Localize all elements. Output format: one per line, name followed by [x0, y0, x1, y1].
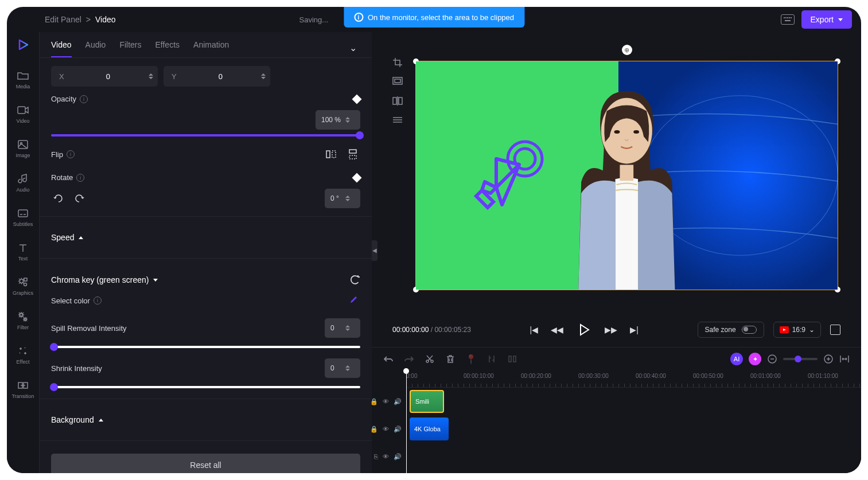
svg-rect-15 [332, 151, 336, 158]
skip-start-icon[interactable]: |◀ [530, 325, 539, 334]
aspect-ratio-selector[interactable]: 16:9 ⌄ [773, 322, 821, 338]
spinner-icon[interactable] [341, 365, 355, 371]
rotate-value[interactable]: 0 ° [325, 189, 360, 208]
panel-collapse-handle[interactable]: ◀ [372, 240, 377, 261]
spill-slider[interactable] [51, 346, 360, 348]
shrink-slider[interactable] [51, 386, 360, 388]
eye-icon[interactable]: 👁 [383, 426, 389, 433]
lock-icon[interactable]: 🔒 [370, 426, 378, 433]
spinner-icon[interactable] [341, 117, 355, 123]
export-button[interactable]: Export [801, 10, 852, 29]
fullscreen-icon[interactable] [830, 325, 840, 335]
skip-end-icon[interactable]: ▶| [630, 325, 639, 334]
spill-value[interactable]: 0 [325, 318, 360, 338]
play-button[interactable] [576, 322, 592, 338]
info-icon[interactable]: i [94, 296, 102, 305]
sidebar-item-video[interactable]: Video [14, 102, 32, 126]
forward-icon[interactable]: ▶▶ [605, 325, 617, 334]
safe-zone-toggle[interactable]: Safe zone [698, 322, 764, 338]
tab-video[interactable]: Video [51, 40, 72, 57]
time-total: 00:00:05:23 [434, 326, 470, 334]
ai-badge-icon[interactable]: AI [730, 353, 743, 365]
tab-effects[interactable]: Effects [155, 40, 180, 57]
chevron-down-icon: ⌄ [809, 326, 815, 334]
timeline-clip[interactable]: Smili [410, 390, 444, 413]
mute-icon[interactable]: 🔊 [394, 398, 402, 405]
chevron-down-icon[interactable]: ⌄ [345, 40, 360, 55]
tab-filters[interactable]: Filters [119, 40, 141, 57]
spinner-icon[interactable] [341, 325, 355, 331]
timeline-ruler[interactable]: 0:00 00:00:10:00 00:00:20:00 00:00:30:00… [406, 370, 861, 388]
zoom-in-icon[interactable] [823, 354, 834, 364]
sidebar-item-graphics[interactable]: Graphics [10, 274, 36, 298]
eyedropper-icon[interactable] [345, 293, 360, 308]
rewind-icon[interactable]: ◀◀ [551, 325, 563, 334]
adjust-icon[interactable] [486, 354, 497, 364]
eye-icon[interactable]: 👁 [383, 398, 389, 405]
sidebar-item-text[interactable]: Text [15, 240, 31, 264]
sidebar-item-audio[interactable]: Audio [14, 171, 32, 195]
sidebar-item-subtitles[interactable]: Subtitles [11, 205, 36, 229]
lock-icon[interactable]: 🔒 [370, 398, 378, 405]
svg-rect-1 [785, 17, 787, 18]
export-track-icon[interactable]: ⎘ [374, 453, 378, 461]
export-label: Export [811, 15, 834, 24]
spill-label: Spill Removal Intensity [51, 324, 127, 333]
app-logo-icon[interactable] [15, 37, 31, 53]
keyframe-icon[interactable] [352, 173, 362, 182]
flip-horizontal-icon[interactable] [324, 147, 338, 162]
mute-icon[interactable]: 🔊 [394, 453, 402, 461]
tab-animation[interactable]: Animation [193, 40, 229, 57]
guides-icon[interactable] [392, 116, 404, 127]
delete-icon[interactable] [445, 354, 456, 364]
align-icon[interactable] [507, 354, 517, 364]
sidebar-item-image[interactable]: Image [13, 136, 32, 161]
sidebar-item-media[interactable]: Media [14, 68, 33, 92]
shrink-value[interactable]: 0 [325, 358, 360, 378]
ruler-time: 00:00:50:00 [693, 373, 723, 379]
background-section[interactable]: Background [51, 407, 360, 432]
chroma-section[interactable]: Chroma key (green screen) [51, 267, 360, 293]
info-icon[interactable]: i [67, 150, 75, 158]
sidebar-item-transition[interactable]: Transition [9, 377, 36, 401]
zoom-slider[interactable] [783, 358, 818, 360]
marker-icon[interactable]: 📍 [466, 354, 476, 364]
spinner-icon[interactable] [341, 196, 355, 201]
zoom-out-icon[interactable] [767, 354, 777, 364]
snap-icon[interactable]: ⊕ [622, 45, 632, 55]
opacity-slider[interactable] [51, 134, 360, 136]
refresh-icon[interactable] [350, 275, 360, 285]
reset-all-button[interactable]: Reset all [51, 454, 360, 473]
rotate-right-icon[interactable] [72, 191, 87, 206]
timeline-clip[interactable]: 4K Globa [410, 417, 449, 440]
speed-section[interactable]: Speed [51, 225, 360, 250]
spinner-icon[interactable] [144, 73, 158, 79]
info-icon[interactable]: i [80, 95, 88, 103]
info-icon[interactable]: i [76, 174, 84, 182]
clip-label: 4K Globa [414, 426, 441, 432]
playhead[interactable] [406, 370, 407, 473]
redo-icon[interactable] [404, 354, 414, 364]
undo-icon[interactable] [383, 354, 394, 364]
fit-timeline-icon[interactable] [839, 354, 850, 364]
sidebar-item-filter[interactable]: Filter [15, 309, 31, 333]
spinner-icon[interactable] [256, 73, 270, 79]
rotate-left-icon[interactable] [51, 191, 66, 206]
opacity-value[interactable]: 100 % [316, 110, 360, 130]
flip-vertical-icon[interactable] [345, 147, 360, 162]
x-input[interactable]: X 0 [51, 66, 158, 87]
keyframe-icon[interactable] [352, 94, 362, 104]
breadcrumb-root[interactable]: Edit Panel [45, 15, 81, 24]
y-input[interactable]: Y 0 [164, 66, 270, 87]
fit-icon[interactable] [392, 77, 404, 88]
sidebar-item-effect[interactable]: Effect [14, 343, 32, 367]
mute-icon[interactable]: 🔊 [394, 426, 402, 433]
crop-icon[interactable] [392, 57, 404, 69]
eye-icon[interactable]: 👁 [383, 453, 389, 461]
keyboard-icon[interactable] [781, 14, 795, 25]
preview-canvas[interactable]: ⊕ [413, 53, 840, 313]
tab-audio[interactable]: Audio [85, 40, 106, 57]
mirror-icon[interactable] [392, 96, 404, 108]
cut-icon[interactable] [425, 354, 435, 364]
magic-badge-icon[interactable]: ✦ [749, 353, 761, 365]
